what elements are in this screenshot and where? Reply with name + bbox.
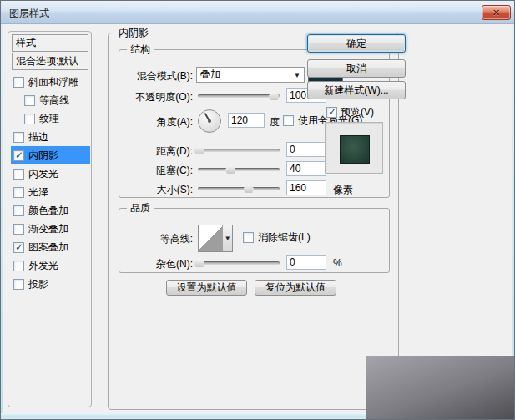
sidebar-item-outer-glow[interactable]: 外发光: [11, 256, 90, 275]
noise-slider[interactable]: [198, 261, 280, 265]
sidebar-item-label: 纹理: [39, 112, 59, 126]
blend-mode-label: 混合模式(B):: [119, 69, 193, 83]
choke-slider[interactable]: [198, 168, 280, 171]
close-button[interactable]: ✕: [482, 5, 511, 20]
noise-input[interactable]: [286, 255, 326, 270]
inner-shadow-checkbox[interactable]: [13, 150, 24, 161]
sidebar-item-blending-options[interactable]: 混合选项:默认: [12, 53, 88, 70]
contour-checkbox[interactable]: [24, 95, 35, 106]
sidebar-item-bevel-emboss[interactable]: 斜面和浮雕: [11, 73, 90, 91]
layer-style-dialog: 图层样式 ✕ 样式 混合选项:默认 斜面和浮雕 等高线: [0, 0, 515, 420]
color-overlay-checkbox[interactable]: [13, 205, 24, 216]
choke-label: 阻塞(C):: [119, 164, 193, 178]
structure-legend: 结构: [127, 43, 154, 55]
sidebar-item-label: 外发光: [28, 259, 58, 273]
sidebar-item-label: 颜色叠加: [28, 204, 68, 218]
reset-default-button[interactable]: 复位为默认值: [255, 280, 336, 296]
angle-unit: 度: [270, 115, 280, 129]
angle-hub: [208, 119, 211, 123]
sidebar-styles-header[interactable]: 样式: [12, 34, 88, 52]
size-row: 大小(S): 像素: [119, 180, 389, 197]
sidebar-item-color-overlay[interactable]: 颜色叠加: [11, 201, 90, 220]
angle-label: 角度(A):: [119, 115, 193, 129]
opacity-label: 不透明度(O):: [119, 90, 193, 104]
sidebar-item-inner-glow[interactable]: 内发光: [11, 164, 90, 183]
contour-picker[interactable]: ▼: [198, 225, 233, 252]
sidebar-item-label: 内发光: [28, 167, 58, 181]
sidebar-item-inner-shadow[interactable]: 内阴影: [11, 146, 90, 164]
stroke-checkbox[interactable]: [13, 132, 24, 143]
sidebar-item-contour[interactable]: 等高线: [11, 91, 90, 109]
texture-checkbox[interactable]: [24, 114, 35, 124]
sidebar-item-label: 投影: [28, 277, 48, 291]
chevron-down-icon: ▼: [225, 235, 231, 242]
distance-input[interactable]: [286, 142, 326, 157]
sidebar-item-label: 渐变叠加: [28, 222, 68, 236]
sidebar-item-gradient-overlay[interactable]: 渐变叠加: [11, 220, 90, 238]
preview-label: 预览(V): [341, 105, 374, 119]
noise-unit: %: [333, 257, 342, 269]
make-default-button[interactable]: 设置为默认值: [166, 280, 247, 296]
quality-legend: 品质: [127, 202, 154, 214]
title-bar[interactable]: 图层样式 ✕: [1, 1, 515, 24]
preview-checkbox[interactable]: [326, 107, 337, 118]
sidebar-item-texture[interactable]: 纹理: [11, 109, 90, 128]
sidebar-item-label: 描边: [28, 130, 48, 144]
contour-row: 等高线: ▼ 消除锯齿(L): [119, 230, 389, 246]
contour-label: 等高线:: [119, 232, 193, 246]
inner-glow-checkbox[interactable]: [13, 169, 24, 180]
noise-slider-thumb[interactable]: [194, 258, 204, 267]
pattern-overlay-checkbox[interactable]: [13, 242, 24, 253]
sidebar-item-drop-shadow[interactable]: 投影: [11, 275, 90, 293]
blend-mode-dropdown[interactable]: 叠加 ▼: [196, 67, 305, 83]
size-slider[interactable]: [198, 187, 280, 190]
angle-dial[interactable]: [198, 109, 221, 133]
preview-check-row: 预览(V): [326, 105, 374, 119]
new-style-button[interactable]: 新建样式(W)...: [307, 81, 406, 99]
distance-slider-thumb[interactable]: [194, 145, 204, 154]
styles-sidebar: 样式 混合选项:默认 斜面和浮雕 等高线 纹理 描边: [8, 31, 92, 407]
sidebar-item-label: 光泽: [28, 185, 48, 200]
sidebar-item-stroke[interactable]: 描边: [11, 128, 90, 146]
angle-input[interactable]: [228, 113, 265, 128]
drop-shadow-checkbox[interactable]: [13, 279, 24, 290]
quality-group: 品质 等高线: ▼ 消除锯齿(L) 杂色(N):: [119, 208, 390, 273]
sidebar-item-label: 等高线: [39, 94, 69, 108]
global-light-checkbox[interactable]: [283, 115, 294, 126]
size-label: 大小(S):: [119, 183, 193, 197]
outer-glow-checkbox[interactable]: [13, 261, 24, 271]
bevel-emboss-checkbox[interactable]: [13, 77, 24, 88]
distance-label: 距离(D):: [119, 144, 193, 159]
noise-row: 杂色(N): %: [119, 255, 389, 271]
size-input[interactable]: [286, 180, 326, 195]
background-gradient-region: [366, 356, 514, 419]
style-preview-thumbnail: [340, 135, 370, 164]
contour-thumbnail: [199, 225, 222, 251]
choke-slider-thumb[interactable]: [225, 164, 236, 174]
anti-alias-checkbox[interactable]: [243, 232, 254, 243]
blend-mode-value: 叠加: [200, 68, 220, 82]
sidebar-item-pattern-overlay[interactable]: 图案叠加: [11, 238, 90, 256]
satin-checkbox[interactable]: [13, 187, 24, 198]
contour-dropdown-arrow[interactable]: ▼: [222, 225, 232, 251]
ok-button[interactable]: 确定: [307, 34, 406, 53]
opacity-slider[interactable]: [198, 94, 280, 98]
gradient-overlay-checkbox[interactable]: [13, 224, 24, 235]
size-slider-thumb[interactable]: [243, 184, 254, 193]
choke-input[interactable]: [286, 161, 326, 176]
anti-alias-check-row: 消除锯齿(L): [243, 230, 311, 245]
window-title: 图层样式: [9, 7, 49, 21]
sidebar-item-label: 图案叠加: [28, 240, 68, 255]
panel-title: 内阴影: [115, 27, 152, 38]
sidebar-item-label: 斜面和浮雕: [28, 75, 78, 89]
chevron-down-icon: ▼: [294, 72, 300, 79]
distance-slider[interactable]: [198, 149, 280, 152]
style-preview-panel: [325, 122, 383, 174]
cancel-button[interactable]: 取消: [307, 59, 406, 78]
styles-list: 斜面和浮雕 等高线 纹理 描边 内阴影: [11, 73, 90, 293]
sidebar-item-label: 内阴影: [28, 149, 58, 163]
opacity-slider-thumb[interactable]: [269, 91, 280, 100]
size-unit: 像素: [333, 183, 353, 197]
noise-label: 杂色(N):: [119, 257, 193, 271]
sidebar-item-satin[interactable]: 光泽: [11, 183, 90, 201]
